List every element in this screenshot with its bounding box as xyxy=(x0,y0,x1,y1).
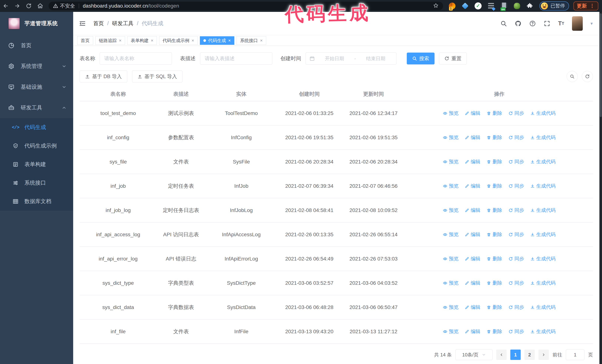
action-generate-link[interactable]: 生成代码 xyxy=(530,110,556,116)
action-delete-link[interactable]: 删除 xyxy=(487,304,502,311)
tab-codegen[interactable]: 代码生成 × xyxy=(200,36,234,45)
page-button-2[interactable]: 2 xyxy=(524,350,535,360)
help-icon[interactable] xyxy=(529,20,536,27)
action-delete-link[interactable]: 删除 xyxy=(487,231,502,238)
sidebar-item-system-management[interactable]: 系统管理 xyxy=(0,56,73,77)
not-secure-label[interactable]: 不安全 xyxy=(53,3,75,9)
action-sync-link[interactable]: 同步 xyxy=(508,231,524,238)
action-generate-link[interactable]: 生成代码 xyxy=(530,207,556,213)
table-name-input[interactable] xyxy=(100,52,172,65)
extension-icon-2[interactable] xyxy=(461,2,469,10)
extensions-puzzle-icon[interactable] xyxy=(526,2,534,10)
extension-icon-1[interactable]: 1 xyxy=(448,2,456,10)
sidebar-subitem-form-builder[interactable]: 表单构建 xyxy=(0,155,73,174)
action-delete-link[interactable]: 删除 xyxy=(487,183,502,189)
tab-home[interactable]: 首页 xyxy=(77,36,93,45)
page-button-1[interactable]: 1 xyxy=(510,350,521,360)
reset-button[interactable]: 重置 xyxy=(439,52,467,64)
browser-profile-button[interactable]: 已暂停 xyxy=(539,1,569,10)
action-edit-link[interactable]: 编辑 xyxy=(465,328,480,335)
sidebar-collapse-icon[interactable] xyxy=(79,20,86,27)
action-generate-link[interactable]: 生成代码 xyxy=(530,231,556,238)
action-preview-link[interactable]: 预览 xyxy=(443,304,458,311)
next-page-button[interactable] xyxy=(538,350,549,360)
action-edit-link[interactable]: 编辑 xyxy=(465,183,480,189)
action-sync-link[interactable]: 同步 xyxy=(508,134,524,141)
action-edit-link[interactable]: 编辑 xyxy=(465,158,480,165)
address-bar[interactable]: 不安全 dashboard.yudao.iocoder.cn/tool/code… xyxy=(49,2,443,10)
action-delete-link[interactable]: 删除 xyxy=(487,134,502,141)
action-sync-link[interactable]: 同步 xyxy=(508,158,524,165)
sidebar-item-dev-tools[interactable]: 研发工具 xyxy=(0,97,73,118)
fullscreen-icon[interactable] xyxy=(544,20,550,27)
tab-trace[interactable]: 链路追踪 × xyxy=(95,36,125,45)
action-edit-link[interactable]: 编辑 xyxy=(465,256,480,262)
action-delete-link[interactable]: 删除 xyxy=(487,328,502,335)
toggle-search-button[interactable] xyxy=(567,71,578,82)
tab-form-builder[interactable]: 表单构建 × xyxy=(127,36,157,45)
extension-icon-3[interactable]: ✓ xyxy=(474,2,482,10)
action-preview-link[interactable]: 预览 xyxy=(443,207,458,213)
action-generate-link[interactable]: 生成代码 xyxy=(530,134,556,141)
action-delete-link[interactable]: 删除 xyxy=(487,207,502,213)
user-menu-caret-icon[interactable]: ▾ xyxy=(591,21,593,26)
user-avatar[interactable] xyxy=(572,16,583,31)
action-preview-link[interactable]: 预览 xyxy=(443,110,458,116)
browser-back-icon[interactable] xyxy=(0,0,11,12)
sidebar-subitem-codegen-example[interactable]: 代码生成示例 xyxy=(0,137,73,155)
bookmark-star-icon[interactable] xyxy=(433,3,439,9)
close-icon[interactable]: × xyxy=(228,38,231,43)
breadcrumb-home[interactable]: 首页 xyxy=(93,20,104,27)
action-sync-link[interactable]: 同步 xyxy=(508,280,524,286)
sidebar-subitem-codegen[interactable]: </> 代码生成 xyxy=(0,118,73,137)
action-edit-link[interactable]: 编辑 xyxy=(465,231,480,238)
tab-codegen-example[interactable]: 代码生成示例 × xyxy=(159,36,198,45)
browser-forward-icon[interactable] xyxy=(11,0,23,12)
action-edit-link[interactable]: 编辑 xyxy=(465,134,480,141)
action-sync-link[interactable]: 同步 xyxy=(508,183,524,189)
action-preview-link[interactable]: 预览 xyxy=(443,256,458,262)
action-edit-link[interactable]: 编辑 xyxy=(465,110,480,116)
refresh-table-button[interactable] xyxy=(582,71,593,82)
sidebar-subitem-db-doc[interactable]: 数据库文档 xyxy=(0,192,73,211)
table-desc-input[interactable] xyxy=(200,52,272,65)
action-preview-link[interactable]: 预览 xyxy=(443,280,458,286)
close-icon[interactable]: × xyxy=(192,38,194,43)
prev-page-button[interactable] xyxy=(496,350,507,360)
action-sync-link[interactable]: 同步 xyxy=(508,328,524,335)
action-generate-link[interactable]: 生成代码 xyxy=(530,328,556,335)
close-icon[interactable]: × xyxy=(151,38,153,43)
page-scrollbar[interactable] xyxy=(599,12,602,364)
breadcrumb-dev-tools[interactable]: 研发工具 xyxy=(112,20,134,27)
action-preview-link[interactable]: 预览 xyxy=(443,158,458,165)
action-generate-link[interactable]: 生成代码 xyxy=(530,280,556,286)
action-edit-link[interactable]: 编辑 xyxy=(465,207,480,213)
extension-icon-6[interactable] xyxy=(513,2,521,10)
github-icon[interactable] xyxy=(515,20,521,27)
action-preview-link[interactable]: 预览 xyxy=(443,328,458,335)
action-sync-link[interactable]: 同步 xyxy=(508,304,524,311)
action-generate-link[interactable]: 生成代码 xyxy=(530,158,556,165)
close-icon[interactable]: × xyxy=(260,38,263,43)
action-delete-link[interactable]: 删除 xyxy=(487,110,502,116)
goto-page-input[interactable] xyxy=(566,349,584,360)
browser-home-icon[interactable] xyxy=(34,0,46,12)
browser-reload-icon[interactable] xyxy=(23,0,34,12)
close-icon[interactable]: × xyxy=(119,38,121,43)
action-generate-link[interactable]: 生成代码 xyxy=(530,304,556,311)
page-size-select[interactable]: 10条/页 xyxy=(455,349,493,360)
import-sql-button[interactable]: 基于 SQL 导入 xyxy=(132,71,183,82)
sidebar-item-home[interactable]: 首页 xyxy=(0,35,73,56)
action-sync-link[interactable]: 同步 xyxy=(508,207,524,213)
action-generate-link[interactable]: 生成代码 xyxy=(530,183,556,189)
action-sync-link[interactable]: 同步 xyxy=(508,110,524,116)
action-delete-link[interactable]: 删除 xyxy=(487,158,502,165)
sidebar-subitem-system-api[interactable]: 系统接口 xyxy=(0,174,73,192)
tab-system-api[interactable]: 系统接口 × xyxy=(236,36,266,45)
scrollbar-thumb[interactable] xyxy=(600,13,602,117)
search-button[interactable]: 搜索 xyxy=(407,52,435,64)
sidebar-item-infrastructure[interactable]: 基础设施 xyxy=(0,77,73,97)
date-range-picker[interactable]: 开始日期 - 结束日期 xyxy=(306,52,396,65)
extension-icon-4[interactable] xyxy=(487,2,495,10)
action-edit-link[interactable]: 编辑 xyxy=(465,304,480,311)
